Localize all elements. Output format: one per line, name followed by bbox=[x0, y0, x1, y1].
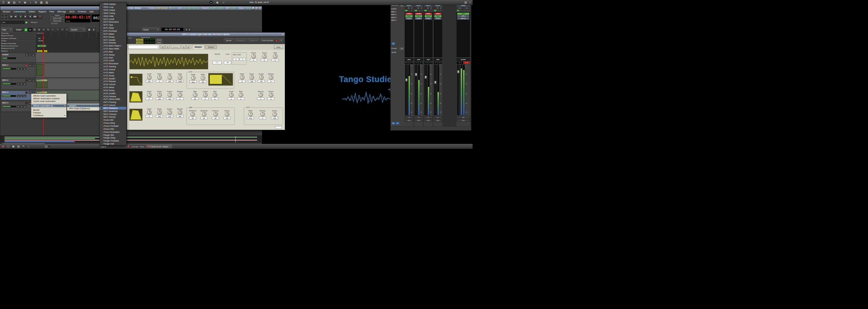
tab-sampler[interactable]: Sampler bbox=[192, 45, 205, 49]
param-menu-item[interactable]: LFO1 Sustain bbox=[100, 77, 126, 80]
output-button[interactable]: -2- bbox=[405, 116, 413, 119]
peak-display[interactable]: 1.3 bbox=[464, 61, 470, 64]
knob-dial[interactable] bbox=[258, 93, 263, 97]
knob-dial[interactable] bbox=[213, 112, 218, 116]
param-menu-item[interactable]: OUT1 Volume bbox=[100, 104, 126, 107]
close-button[interactable]: ✕ bbox=[258, 7, 261, 10]
menu-édition[interactable]: Édition bbox=[27, 10, 37, 13]
knob-value[interactable]: 20 bbox=[212, 117, 219, 119]
terminal-icon[interactable]: ▣ bbox=[11, 144, 16, 148]
session-icon[interactable]: ○ bbox=[468, 1, 472, 4]
edit-clock[interactable]: 00:00:00:00 bbox=[161, 27, 184, 31]
processor-cfffv[interactable]: CffFv bbox=[457, 15, 469, 17]
param-menu-item[interactable]: DCA1 Volume bbox=[100, 83, 126, 86]
param-checkbox[interactable] bbox=[101, 143, 102, 145]
param-menu-item[interactable]: DCF1 Release bbox=[100, 41, 126, 44]
param-checkbox[interactable] bbox=[101, 128, 102, 130]
param-menu-item[interactable]: DEF1 Pitchbend bbox=[100, 107, 126, 110]
param-checkbox[interactable] bbox=[101, 27, 102, 29]
submenu-item-0[interactable]: samplv1 bbox=[67, 105, 100, 107]
s-button[interactable]: s bbox=[32, 79, 35, 82]
menu-commandes[interactable]: Commandes bbox=[12, 10, 27, 13]
knob-dial[interactable] bbox=[167, 75, 172, 80]
menu-session[interactable]: Session bbox=[1, 10, 12, 13]
invert-button[interactable] bbox=[418, 10, 421, 11]
knob-dial[interactable] bbox=[259, 75, 264, 80]
sync-source-label[interactable]: INT/JACK bbox=[51, 23, 58, 24]
peak-display[interactable]: -5.5 bbox=[429, 61, 433, 64]
input-button[interactable] bbox=[405, 10, 408, 11]
param-menu-item[interactable]: DCA1 Sustain bbox=[100, 92, 126, 95]
envelope-display-1[interactable] bbox=[129, 91, 143, 103]
knob-dial[interactable] bbox=[147, 93, 152, 97]
param-menu-item[interactable]: DCF1 Envelope bbox=[100, 30, 126, 33]
param-checkbox[interactable] bbox=[101, 36, 102, 38]
config-a-button[interactable]: A bbox=[182, 45, 186, 49]
sample-key-field[interactable]: C 4 bbox=[213, 61, 221, 64]
output-button[interactable]: -2- bbox=[434, 116, 442, 119]
minimize-button[interactable]: ▁ bbox=[252, 7, 255, 10]
param-menu-item[interactable]: DCA1 Decay bbox=[100, 89, 126, 92]
knob-value[interactable]: 0 bbox=[146, 97, 153, 100]
list-button[interactable]: ≣ bbox=[92, 28, 96, 32]
workspace-pager[interactable] bbox=[44, 145, 51, 148]
param-menu-item[interactable]: DCF1 Resonance bbox=[100, 21, 126, 24]
record-tray-icon[interactable]: ◉ bbox=[215, 1, 219, 4]
knob-value[interactable]: 100 bbox=[271, 117, 278, 119]
record-arm-button[interactable] bbox=[434, 7, 436, 9]
comment-button[interactable]: Cmt bbox=[424, 119, 433, 121]
menu-régions[interactable]: Régions bbox=[37, 10, 48, 13]
main-transport-clock[interactable]: 00:00:02:19 Temps bbox=[65, 14, 91, 23]
knob-value[interactable]: 0 bbox=[202, 97, 209, 100]
media-icon[interactable]: ♪ bbox=[28, 1, 33, 4]
param-checkbox[interactable] bbox=[101, 95, 102, 97]
param-menu-item[interactable]: LFO1 Resonance bbox=[100, 62, 126, 65]
param-checkbox[interactable] bbox=[101, 15, 102, 17]
param-checkbox[interactable] bbox=[101, 137, 102, 139]
knob-value[interactable]: 0 bbox=[257, 97, 264, 100]
knob-dial[interactable] bbox=[147, 110, 152, 115]
files-icon[interactable]: ▤ bbox=[16, 144, 21, 148]
g-button[interactable]: g bbox=[24, 83, 26, 85]
param-checkbox[interactable] bbox=[101, 45, 102, 47]
invert-button[interactable] bbox=[460, 10, 463, 11]
track-header-midi2[interactable]: MIDI 2msapg bbox=[1, 79, 36, 90]
param-menu-item[interactable]: GEN1 Octave bbox=[100, 9, 126, 12]
param-checkbox[interactable] bbox=[101, 48, 102, 50]
grid-button[interactable]: ▦ bbox=[87, 28, 91, 32]
param-checkbox[interactable] bbox=[101, 33, 102, 35]
param-checkbox[interactable] bbox=[101, 57, 102, 59]
param-menu-item[interactable]: DCF1 Decay bbox=[100, 35, 126, 38]
param-checkbox[interactable] bbox=[101, 68, 102, 70]
record-arm-button[interactable] bbox=[25, 79, 28, 82]
tab-effects[interactable]: Effects bbox=[205, 45, 217, 49]
peak-display[interactable]: -5.7 bbox=[409, 61, 413, 64]
knob-dial[interactable] bbox=[269, 75, 273, 80]
knob-dial[interactable] bbox=[250, 75, 254, 80]
forward-button[interactable]: ▶▶ bbox=[33, 14, 37, 19]
param-menu-item[interactable]: Chorus Rate bbox=[100, 127, 126, 130]
param-checkbox[interactable] bbox=[101, 92, 102, 94]
menu-jack[interactable]: JACK bbox=[68, 10, 76, 13]
editor-icon[interactable]: ✎ bbox=[22, 144, 26, 148]
param-menu-item[interactable]: OUT1 Stereo Width bbox=[100, 98, 126, 101]
a-button[interactable]: a bbox=[17, 83, 20, 85]
param-menu-item[interactable]: LFO1 Attack bbox=[100, 71, 126, 74]
comment-button[interactable]: Cmt bbox=[405, 119, 413, 121]
track-header-midi3[interactable]: MIDI 3msapg bbox=[1, 90, 36, 100]
plugin-menu-button[interactable]: ≡ bbox=[279, 38, 283, 42]
zoom-out-button[interactable]: − bbox=[56, 28, 60, 32]
track-gain-fader[interactable] bbox=[2, 106, 16, 107]
knob-value[interactable]: 0 bbox=[267, 80, 275, 82]
param-checkbox[interactable] bbox=[101, 119, 102, 121]
menu-affichage[interactable]: Affichage bbox=[56, 10, 68, 13]
record-arm-button[interactable] bbox=[25, 102, 28, 105]
param-checkbox[interactable] bbox=[101, 107, 102, 109]
stop-button[interactable]: ■ bbox=[28, 14, 33, 19]
group-list-item[interactable]: -{tout}- bbox=[391, 51, 404, 54]
media-icon[interactable]: ♪ bbox=[27, 144, 31, 148]
param-checkbox[interactable] bbox=[101, 6, 102, 8]
knob-dial[interactable] bbox=[251, 54, 256, 59]
knob-value[interactable]: 0 bbox=[227, 97, 235, 100]
knob-dial[interactable] bbox=[213, 93, 217, 97]
